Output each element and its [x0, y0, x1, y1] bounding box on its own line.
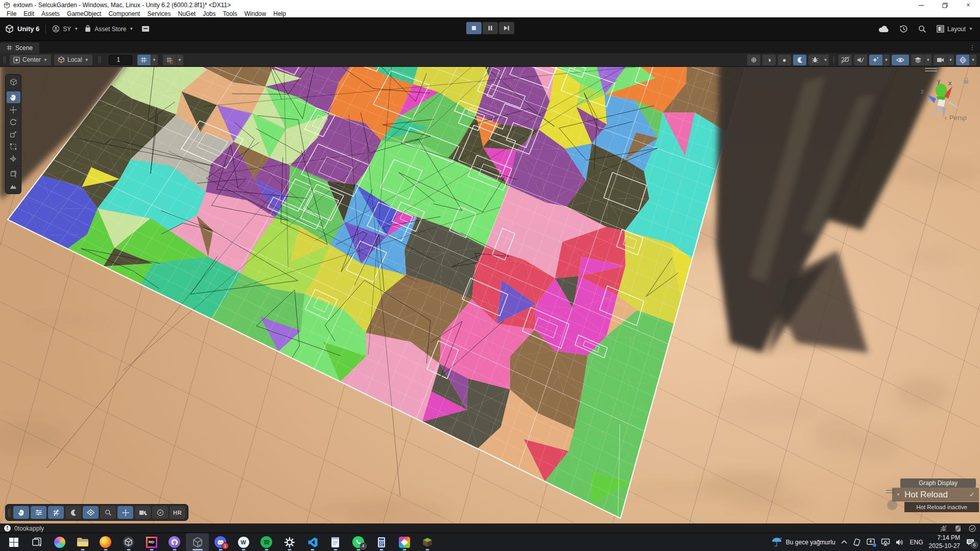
graph-display-header[interactable]: Graph Display — [900, 478, 976, 488]
tray-network-icon[interactable] — [881, 538, 890, 546]
archive-button[interactable] — [141, 26, 150, 32]
overlay-view-tool[interactable] — [13, 506, 29, 519]
scene-render[interactable] — [0, 67, 980, 523]
taskbar-app-copilot[interactable] — [48, 533, 71, 551]
increment-snap-dropdown[interactable]: ▼ — [176, 55, 183, 65]
toolbar-drag-handle[interactable] — [4, 56, 6, 63]
grid-snap-button[interactable] — [137, 55, 151, 65]
tab-options-kebab[interactable]: ⋮ — [969, 44, 980, 53]
account-dropdown[interactable]: SY▼ — [52, 25, 78, 33]
taskbar-app-whatsapp[interactable]: 4 — [347, 533, 370, 551]
lighting-toggle-button[interactable]: ● — [778, 55, 791, 65]
gizmo-overlay-handle[interactable] — [925, 68, 937, 71]
overlay-effects-toggle[interactable] — [83, 506, 99, 519]
taskbar-start-button[interactable] — [2, 533, 25, 551]
custom-tool[interactable] — [7, 168, 20, 180]
layers-dropdown[interactable]: ▼ — [924, 55, 931, 65]
increment-snap-button[interactable] — [163, 55, 176, 65]
overlay-hr-button[interactable]: HR — [170, 506, 185, 519]
menu-jobs[interactable]: Jobs — [199, 10, 219, 17]
effects-dropdown[interactable]: ▼ — [882, 55, 890, 65]
layout-dropdown[interactable]: Layout▼ — [937, 25, 973, 33]
weather-widget[interactable]: Bu gece yağmurlu — [771, 537, 835, 547]
gizmos-dropdown[interactable]: ▼ — [969, 55, 976, 65]
overlay-move-tool[interactable] — [117, 506, 133, 519]
menu-file[interactable]: File — [3, 10, 20, 17]
tool-settings-button[interactable] — [7, 76, 20, 88]
taskbar-app-unity-editor[interactable]: 6 — [186, 533, 209, 551]
search-button[interactable] — [918, 25, 926, 33]
taskbar-app-settings[interactable] — [278, 533, 301, 551]
menu-services[interactable]: Services — [144, 10, 174, 17]
orientation-dropdown[interactable]: Local▼ — [54, 55, 92, 65]
menu-nuget[interactable]: NuGet — [174, 10, 199, 17]
language-indicator[interactable]: ENG — [910, 539, 923, 546]
camera-dropdown[interactable]: ▼ — [947, 55, 954, 65]
menu-component[interactable]: Component — [105, 10, 144, 17]
audio-toggle-button[interactable] — [854, 55, 867, 65]
taskbar-app-unity-hub[interactable] — [117, 533, 140, 551]
check-status-icon[interactable] — [969, 525, 976, 532]
cache-server-icon[interactable] — [954, 525, 962, 532]
minimize-button[interactable] — [910, 0, 933, 10]
rotate-tool[interactable] — [7, 116, 20, 128]
taskbar-app-discord[interactable]: 1 — [209, 533, 232, 551]
menu-gameobject[interactable]: GameObject — [63, 10, 105, 17]
menu-tools[interactable]: Tools — [220, 10, 241, 17]
camera-button[interactable] — [934, 55, 947, 65]
overlay-compass[interactable] — [152, 506, 168, 519]
overlay-drag-handle[interactable] — [8, 509, 10, 517]
restore-button[interactable] — [933, 0, 957, 10]
overlay-grid-toggle[interactable] — [48, 506, 64, 519]
rect-tool[interactable] — [7, 140, 20, 152]
tab-scene[interactable]: Scene — [0, 42, 39, 53]
draw-mode-button[interactable]: ⊕ — [747, 55, 760, 65]
play-button[interactable] — [466, 22, 482, 34]
gizmos-button[interactable] — [956, 55, 969, 65]
scene-viewport[interactable]: y x z ‹Persp — [0, 67, 980, 523]
terrain-tool[interactable] — [7, 180, 20, 192]
layers-button[interactable] — [911, 55, 924, 65]
asset-store-dropdown[interactable]: Asset Store▼ — [84, 25, 133, 33]
menu-help[interactable]: Help — [270, 10, 290, 17]
taskbar-app-windscribe[interactable]: W — [232, 533, 255, 551]
tray-volume-icon[interactable] — [896, 539, 904, 546]
close-button[interactable]: × — [957, 0, 980, 10]
snap-increment-field[interactable]: 1 — [109, 55, 132, 65]
overlay-lighting-toggle[interactable] — [65, 506, 81, 519]
menu-window[interactable]: Window — [241, 10, 270, 17]
overlay-camera-record[interactable] — [135, 506, 151, 519]
scale-tool[interactable] — [7, 128, 20, 140]
move-tool[interactable] — [7, 104, 20, 115]
cloud-button[interactable] — [878, 26, 889, 33]
grid-snap-dropdown[interactable]: ▼ — [151, 55, 158, 65]
taskbar-app-file-explorer[interactable] — [71, 533, 94, 551]
pause-button[interactable] — [483, 22, 498, 34]
tray-screen-share-icon[interactable] — [867, 538, 875, 546]
debug-bug-button[interactable] — [808, 55, 822, 65]
tray-rotation-lock-icon[interactable] — [853, 538, 861, 546]
2d-toggle-button[interactable]: 2D — [839, 55, 852, 65]
taskbar-app-notepad[interactable] — [324, 533, 347, 551]
effects-button[interactable] — [869, 55, 882, 65]
history-button[interactable] — [899, 25, 908, 33]
moon-lighting-button[interactable] — [793, 55, 806, 65]
orientation-gizmo[interactable]: y x z — [917, 75, 973, 131]
notification-center-button[interactable]: 6 — [966, 538, 975, 546]
overlay-search-tool[interactable] — [100, 506, 116, 519]
tray-expand-chevron[interactable] — [841, 540, 847, 544]
debugger-status-icon[interactable] — [940, 525, 947, 532]
status-message[interactable]: 0tookapply — [14, 525, 44, 532]
hot-reload-toggle-circle[interactable] — [887, 500, 897, 510]
step-button[interactable] — [499, 22, 514, 34]
taskbar-app-spotify[interactable] — [255, 533, 278, 551]
taskbar-app-rider[interactable]: RD — [140, 533, 163, 551]
perspective-label[interactable]: ‹Persp — [945, 114, 967, 122]
taskbar-app-color-cube[interactable] — [393, 533, 416, 551]
view-hand-tool[interactable] — [7, 91, 20, 103]
taskbar-app-calculator[interactable] — [370, 533, 393, 551]
menu-assets[interactable]: Assets — [38, 10, 63, 17]
taskbar-app-minecraft[interactable] — [416, 533, 439, 551]
hot-reload-row[interactable]: ▼ Hot Reload ✓ — [892, 488, 979, 501]
overlay-settings-tool[interactable] — [31, 506, 46, 519]
